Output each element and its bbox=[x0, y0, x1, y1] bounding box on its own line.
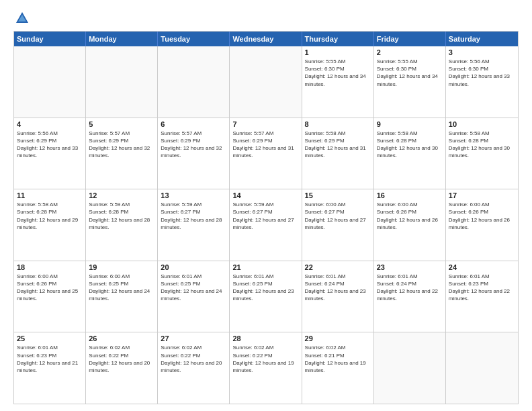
cal-cell: 2Sunrise: 5:55 AMSunset: 6:30 PMDaylight… bbox=[374, 46, 446, 118]
cal-cell: 15Sunrise: 6:00 AMSunset: 6:27 PMDayligh… bbox=[302, 189, 374, 261]
day-number: 8 bbox=[305, 120, 371, 128]
cal-cell: 3Sunrise: 5:56 AMSunset: 6:30 PMDaylight… bbox=[446, 46, 518, 118]
day-number: 13 bbox=[161, 191, 226, 199]
calendar: SundayMondayTuesdayWednesdayThursdayFrid… bbox=[13, 31, 519, 404]
cal-cell: 10Sunrise: 5:58 AMSunset: 6:28 PMDayligh… bbox=[446, 118, 518, 189]
day-number: 25 bbox=[17, 334, 83, 342]
day-number: 14 bbox=[232, 191, 298, 199]
day-info: Sunrise: 6:02 AMSunset: 6:22 PMDaylight:… bbox=[232, 344, 298, 374]
day-info: Sunrise: 5:57 AMSunset: 6:29 PMDaylight:… bbox=[89, 130, 154, 160]
day-info: Sunrise: 6:00 AMSunset: 6:26 PMDaylight:… bbox=[449, 201, 515, 231]
cal-cell: 8Sunrise: 5:58 AMSunset: 6:29 PMDaylight… bbox=[302, 118, 374, 189]
cal-cell: 11Sunrise: 5:58 AMSunset: 6:28 PMDayligh… bbox=[14, 189, 86, 261]
day-number: 22 bbox=[305, 263, 371, 271]
day-number: 6 bbox=[161, 120, 226, 128]
cal-cell bbox=[14, 46, 86, 118]
header-day-friday: Friday bbox=[374, 32, 446, 46]
cal-cell: 17Sunrise: 6:00 AMSunset: 6:26 PMDayligh… bbox=[446, 189, 518, 261]
day-info: Sunrise: 5:57 AMSunset: 6:29 PMDaylight:… bbox=[232, 130, 298, 160]
cal-cell: 13Sunrise: 5:59 AMSunset: 6:27 PMDayligh… bbox=[158, 189, 230, 261]
day-number: 26 bbox=[89, 334, 154, 342]
day-info: Sunrise: 5:58 AMSunset: 6:28 PMDaylight:… bbox=[377, 130, 443, 160]
day-number: 12 bbox=[89, 191, 154, 199]
cal-cell: 25Sunrise: 6:01 AMSunset: 6:23 PMDayligh… bbox=[14, 332, 86, 404]
day-info: Sunrise: 5:59 AMSunset: 6:28 PMDaylight:… bbox=[89, 201, 154, 231]
calendar-row-5: 25Sunrise: 6:01 AMSunset: 6:23 PMDayligh… bbox=[14, 332, 518, 404]
cal-cell: 22Sunrise: 6:01 AMSunset: 6:24 PMDayligh… bbox=[302, 261, 374, 332]
cal-cell: 21Sunrise: 6:01 AMSunset: 6:25 PMDayligh… bbox=[230, 261, 302, 332]
header-day-sunday: Sunday bbox=[14, 32, 86, 46]
day-number: 27 bbox=[161, 334, 226, 342]
cal-cell: 12Sunrise: 5:59 AMSunset: 6:28 PMDayligh… bbox=[86, 189, 158, 261]
header-day-monday: Monday bbox=[86, 32, 158, 46]
day-info: Sunrise: 5:59 AMSunset: 6:27 PMDaylight:… bbox=[161, 201, 226, 231]
day-number: 9 bbox=[377, 120, 443, 128]
cal-cell: 28Sunrise: 6:02 AMSunset: 6:22 PMDayligh… bbox=[230, 332, 302, 404]
calendar-row-1: 1Sunrise: 5:55 AMSunset: 6:30 PMDaylight… bbox=[14, 46, 518, 118]
cal-cell: 1Sunrise: 5:55 AMSunset: 6:30 PMDaylight… bbox=[302, 46, 374, 118]
day-info: Sunrise: 5:58 AMSunset: 6:28 PMDaylight:… bbox=[449, 130, 515, 160]
cal-cell: 4Sunrise: 5:56 AMSunset: 6:29 PMDaylight… bbox=[14, 118, 86, 189]
page: SundayMondayTuesdayWednesdayThursdayFrid… bbox=[0, 0, 532, 411]
day-number: 1 bbox=[305, 48, 371, 56]
cal-cell: 19Sunrise: 6:00 AMSunset: 6:25 PMDayligh… bbox=[86, 261, 158, 332]
day-info: Sunrise: 6:01 AMSunset: 6:23 PMDaylight:… bbox=[449, 273, 515, 303]
cal-cell: 7Sunrise: 5:57 AMSunset: 6:29 PMDaylight… bbox=[230, 118, 302, 189]
cal-cell: 20Sunrise: 6:01 AMSunset: 6:25 PMDayligh… bbox=[158, 261, 230, 332]
cal-cell: 6Sunrise: 5:57 AMSunset: 6:29 PMDaylight… bbox=[158, 118, 230, 189]
day-number: 10 bbox=[449, 120, 515, 128]
day-info: Sunrise: 5:59 AMSunset: 6:27 PMDaylight:… bbox=[232, 201, 298, 231]
day-info: Sunrise: 6:01 AMSunset: 6:25 PMDaylight:… bbox=[232, 273, 298, 303]
day-number: 11 bbox=[17, 191, 83, 199]
day-number: 21 bbox=[232, 263, 298, 271]
day-info: Sunrise: 6:01 AMSunset: 6:24 PMDaylight:… bbox=[305, 273, 371, 303]
header-day-tuesday: Tuesday bbox=[158, 32, 230, 46]
day-number: 23 bbox=[377, 263, 443, 271]
calendar-body: 1Sunrise: 5:55 AMSunset: 6:30 PMDaylight… bbox=[14, 46, 518, 404]
day-number: 2 bbox=[377, 48, 443, 56]
day-info: Sunrise: 5:58 AMSunset: 6:28 PMDaylight:… bbox=[17, 201, 83, 231]
day-info: Sunrise: 5:56 AMSunset: 6:30 PMDaylight:… bbox=[449, 58, 515, 88]
day-info: Sunrise: 5:57 AMSunset: 6:29 PMDaylight:… bbox=[161, 130, 226, 160]
logo bbox=[13, 11, 31, 26]
calendar-row-4: 18Sunrise: 6:00 AMSunset: 6:26 PMDayligh… bbox=[14, 261, 518, 332]
cal-cell: 16Sunrise: 6:00 AMSunset: 6:26 PMDayligh… bbox=[374, 189, 446, 261]
header bbox=[13, 11, 519, 26]
calendar-header: SundayMondayTuesdayWednesdayThursdayFrid… bbox=[14, 32, 518, 46]
day-info: Sunrise: 5:55 AMSunset: 6:30 PMDaylight:… bbox=[305, 58, 371, 88]
cal-cell bbox=[158, 46, 230, 118]
day-info: Sunrise: 6:00 AMSunset: 6:26 PMDaylight:… bbox=[377, 201, 443, 231]
cal-cell: 18Sunrise: 6:00 AMSunset: 6:26 PMDayligh… bbox=[14, 261, 86, 332]
day-info: Sunrise: 6:01 AMSunset: 6:23 PMDaylight:… bbox=[17, 344, 83, 374]
day-number: 7 bbox=[232, 120, 298, 128]
logo-text bbox=[13, 11, 31, 26]
calendar-row-3: 11Sunrise: 5:58 AMSunset: 6:28 PMDayligh… bbox=[14, 189, 518, 261]
day-info: Sunrise: 6:02 AMSunset: 6:22 PMDaylight:… bbox=[161, 344, 226, 374]
cal-cell bbox=[374, 332, 446, 404]
day-info: Sunrise: 6:01 AMSunset: 6:25 PMDaylight:… bbox=[161, 273, 226, 303]
header-day-wednesday: Wednesday bbox=[230, 32, 302, 46]
logo-icon bbox=[15, 11, 30, 26]
day-info: Sunrise: 5:55 AMSunset: 6:30 PMDaylight:… bbox=[377, 58, 443, 88]
cal-cell: 29Sunrise: 6:02 AMSunset: 6:21 PMDayligh… bbox=[302, 332, 374, 404]
cal-cell: 26Sunrise: 6:02 AMSunset: 6:22 PMDayligh… bbox=[86, 332, 158, 404]
day-info: Sunrise: 6:00 AMSunset: 6:25 PMDaylight:… bbox=[89, 273, 154, 303]
day-number: 16 bbox=[377, 191, 443, 199]
day-number: 17 bbox=[449, 191, 515, 199]
day-number: 4 bbox=[17, 120, 83, 128]
day-number: 5 bbox=[89, 120, 154, 128]
day-number: 3 bbox=[449, 48, 515, 56]
day-info: Sunrise: 6:00 AMSunset: 6:26 PMDaylight:… bbox=[17, 273, 83, 303]
day-number: 18 bbox=[17, 263, 83, 271]
day-number: 24 bbox=[449, 263, 515, 271]
day-info: Sunrise: 6:00 AMSunset: 6:27 PMDaylight:… bbox=[305, 201, 371, 231]
day-number: 20 bbox=[161, 263, 226, 271]
day-info: Sunrise: 5:56 AMSunset: 6:29 PMDaylight:… bbox=[17, 130, 83, 160]
day-info: Sunrise: 6:02 AMSunset: 6:22 PMDaylight:… bbox=[89, 344, 154, 374]
header-day-saturday: Saturday bbox=[446, 32, 518, 46]
cal-cell: 27Sunrise: 6:02 AMSunset: 6:22 PMDayligh… bbox=[158, 332, 230, 404]
day-info: Sunrise: 6:02 AMSunset: 6:21 PMDaylight:… bbox=[305, 344, 371, 374]
calendar-row-2: 4Sunrise: 5:56 AMSunset: 6:29 PMDaylight… bbox=[14, 118, 518, 189]
cal-cell bbox=[230, 46, 302, 118]
cal-cell bbox=[446, 332, 518, 404]
